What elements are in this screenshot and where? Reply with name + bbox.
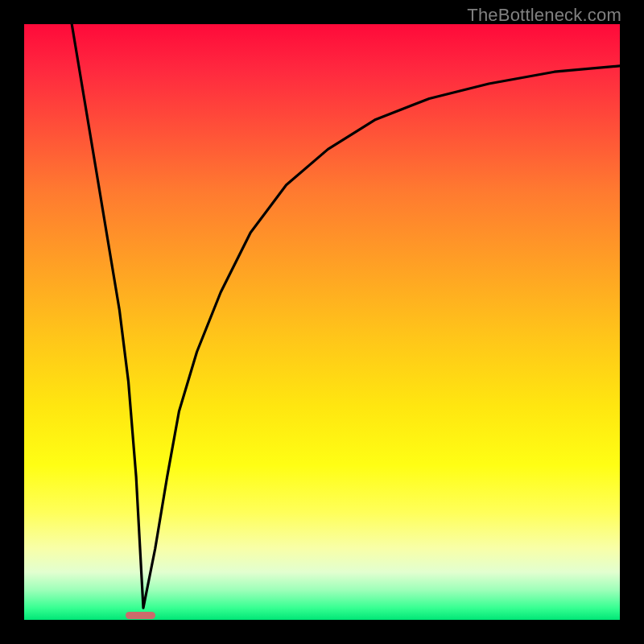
watermark-text: TheBottleneck.com	[467, 5, 621, 26]
plot-area	[24, 24, 620, 620]
bottleneck-curve	[72, 24, 620, 608]
bottleneck-marker	[126, 612, 155, 619]
curve-svg	[24, 24, 620, 620]
